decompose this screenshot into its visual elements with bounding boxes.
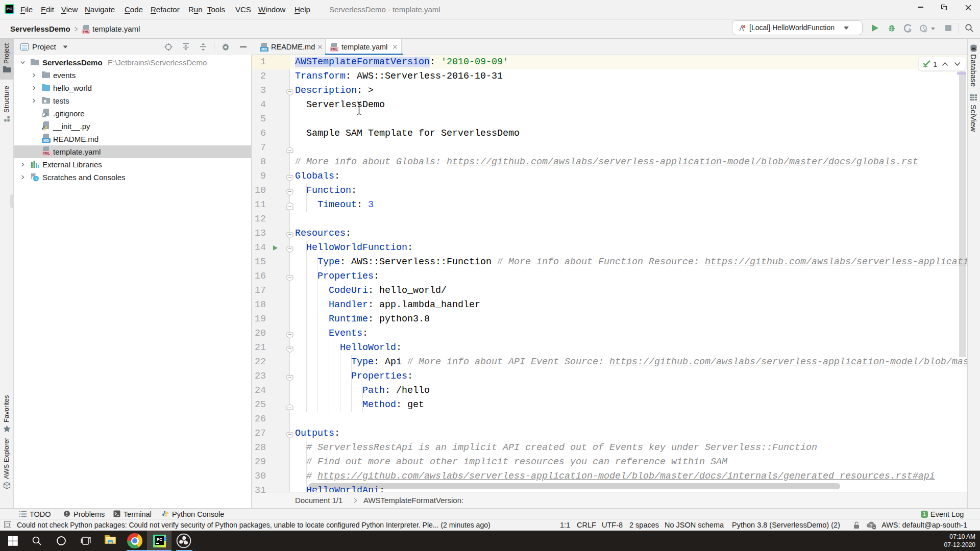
svg-text:?: ? <box>870 523 873 528</box>
